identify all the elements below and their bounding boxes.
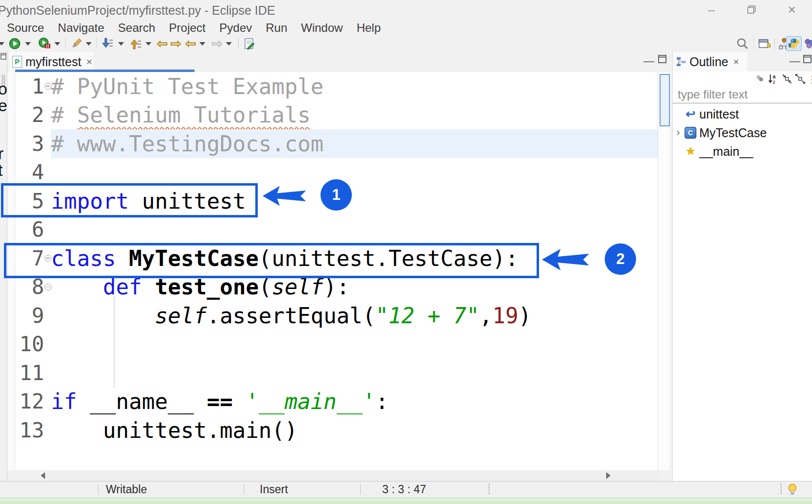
code-text[interactable] — [51, 359, 658, 387]
pen-mark-occurrences-icon[interactable] — [70, 37, 83, 50]
menu-help[interactable]: Help — [357, 20, 381, 36]
line-number: 13 — [15, 418, 44, 442]
expand-all-icon[interactable] — [795, 73, 806, 86]
run-icon[interactable] — [8, 37, 22, 50]
window-title: PythonSeleniumProject/myfirsttest.py - E… — [0, 0, 275, 20]
fold-column — [44, 416, 51, 445]
editor-tab-label: myfirsttest — [25, 55, 81, 69]
menu-source[interactable]: Source — [7, 20, 44, 36]
statusbar-grip[interactable] — [781, 483, 782, 494]
dropdown-icon[interactable] — [118, 37, 124, 50]
code-text[interactable]: if __name__ == '__main__': — [51, 387, 658, 416]
search-icon[interactable] — [735, 37, 750, 50]
menu-navigate[interactable]: Navigate — [58, 20, 104, 36]
java-perspective-icon[interactable]: J — [803, 37, 812, 50]
code-line-3: 3# www.TestingDocs.com — [15, 129, 658, 158]
dropdown-icon[interactable] — [225, 37, 232, 50]
menu-pydev[interactable]: Pydev — [220, 20, 252, 36]
code-text[interactable] — [51, 158, 658, 187]
code-line-2: 2# Selenium Tutorials — [15, 101, 658, 130]
expand-chevron-icon[interactable]: › — [673, 126, 684, 139]
filter-input[interactable] — [677, 87, 806, 102]
menu-window[interactable]: Window — [301, 20, 343, 36]
statusbar-grip[interactable] — [489, 483, 490, 494]
fold-collapse-icon[interactable] — [45, 284, 51, 290]
editor-tab-myfirsttest[interactable]: P myfirsttest × — [9, 52, 94, 72]
code-line-6: 6 — [15, 216, 658, 244]
fold-column — [44, 216, 51, 244]
line-number: 12 — [15, 389, 44, 413]
dropdown-icon[interactable] — [25, 37, 31, 50]
open-perspective-icon[interactable] — [757, 37, 772, 50]
code-text[interactable]: # PyUnit Test Example — [51, 72, 658, 101]
minimize-outline-icon[interactable]: — — [789, 55, 800, 68]
sort-alphabetically-icon[interactable]: az — [767, 73, 778, 86]
back-to-last-edit-icon[interactable]: ⇦ — [156, 37, 169, 50]
statusbar-separator — [360, 484, 361, 495]
menu-project[interactable]: Project — [169, 20, 206, 36]
close-outline-icon[interactable]: × — [733, 56, 739, 68]
forward-to-edit-icon[interactable]: ⇨ — [170, 37, 182, 50]
taskbar-edge-strip — [0, 498, 812, 504]
line-number: 4 — [15, 160, 44, 184]
annotation-box-import — [1, 183, 258, 217]
scroll-left-icon[interactable] — [41, 472, 45, 479]
annotation-arrow-1 — [263, 182, 308, 210]
dropdown-icon[interactable] — [54, 37, 61, 50]
menu-run[interactable]: Run — [266, 20, 287, 36]
python-file-icon: P — [12, 56, 22, 68]
last-edit-location-icon[interactable] — [242, 37, 257, 50]
outline-item-main[interactable]: ★__main__ — [673, 142, 812, 161]
line-number: 1 — [15, 74, 44, 98]
view-menu-icon[interactable]: ⋮ — [807, 73, 812, 85]
outline-item-label: __main__ — [699, 144, 753, 159]
dropdown-icon[interactable] — [145, 37, 152, 50]
back-history-icon[interactable]: ⇦ — [184, 37, 197, 50]
vertical-scrollbar[interactable] — [658, 72, 670, 470]
close-tab-icon[interactable]: × — [86, 56, 92, 68]
code-text[interactable]: # www.TestingDocs.com — [51, 129, 658, 158]
next-annotation-icon[interactable] — [100, 37, 115, 50]
maximize-outline-icon[interactable] — [803, 55, 812, 65]
code-text[interactable] — [51, 330, 658, 359]
dropdown-icon[interactable] — [199, 37, 206, 50]
star-icon: ★ — [684, 145, 697, 158]
restore-window-icon[interactable] — [742, 0, 762, 20]
fold-column — [44, 158, 51, 187]
fold-column — [44, 72, 51, 101]
close-window-icon[interactable]: × — [782, 0, 802, 20]
dropdown-icon[interactable] — [85, 37, 92, 50]
scroll-right-icon[interactable] — [606, 472, 611, 479]
code-line-11: 11 — [15, 359, 658, 387]
fold-column — [44, 387, 51, 416]
main-toolbar: ⇦ ⇨ ⇦ ⇨ J — [0, 36, 812, 51]
line-number: 3 — [15, 132, 44, 156]
python-perspective-icon[interactable] — [786, 36, 802, 51]
minimize-editor-icon[interactable]: — — [643, 55, 654, 68]
dropdown-icon[interactable] — [0, 37, 5, 50]
hide-fields-icon[interactable] — [755, 73, 765, 85]
toolbar-separator — [96, 38, 97, 49]
collapse-all-icon[interactable] — [782, 73, 792, 86]
forward-history-icon[interactable]: ⇨ — [211, 37, 223, 50]
fold-collapse-icon[interactable] — [45, 83, 51, 90]
run-coverage-icon[interactable] — [37, 37, 52, 50]
outline-tree: ↩unittest›CMyTestCase★__main__ — [673, 105, 812, 161]
outline-item-mytestcase[interactable]: ›CMyTestCase — [673, 123, 812, 142]
maximize-editor-icon[interactable] — [658, 55, 666, 65]
code-text[interactable]: # Selenium Tutorials — [51, 101, 658, 130]
outline-tab[interactable]: Outline × — [673, 52, 747, 72]
vertical-scrollbar-thumb[interactable] — [660, 74, 670, 126]
horizontal-scrollbar[interactable] — [47, 470, 658, 481]
menu-search[interactable]: Search — [118, 20, 155, 36]
code-text[interactable]: self.assertEqual("12 + 7",19) — [51, 301, 658, 330]
editor-tab-row: P myfirsttest × — — [7, 51, 670, 72]
minimize-window-icon[interactable]: – — [702, 0, 721, 20]
restore-panel-icon[interactable] — [0, 53, 6, 60]
annotation-badge-1: 1 — [320, 179, 352, 211]
code-text[interactable] — [51, 216, 658, 244]
code-text[interactable]: unittest.main() — [51, 416, 658, 445]
outline-item-unittest[interactable]: ↩unittest — [673, 105, 812, 123]
previous-annotation-icon[interactable] — [128, 37, 143, 50]
smart-assist-lightbulb-icon[interactable] — [787, 483, 798, 498]
